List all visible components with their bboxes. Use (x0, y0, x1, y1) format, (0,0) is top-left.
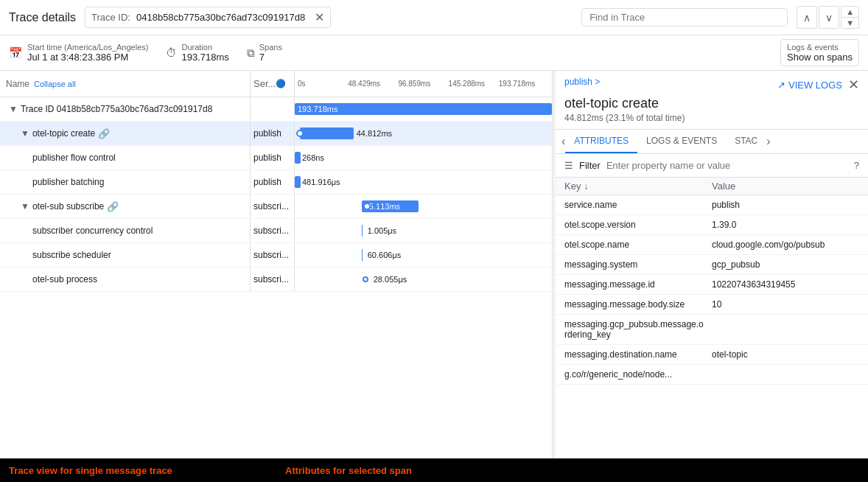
trace-row[interactable]: publisher flow control publish 268ns (0, 146, 552, 170)
attr-key-scope-name: otel.scope.name (564, 240, 712, 250)
col-timeline-header: 0s 48.429ms 96.859ms 145.288ms 193.718ms (295, 71, 552, 97)
span-bar-label-sub-process: 28.055μs (374, 275, 407, 284)
trace-id-label: Trace ID: (91, 12, 130, 23)
spans-value: 7 (259, 52, 282, 63)
service-icon: 🔵 (276, 79, 286, 88)
caption-bar: Trace view for single message trace Attr… (0, 458, 868, 482)
detail-title: otel-topic create (564, 96, 859, 111)
scroll-down-button[interactable]: ▼ (841, 18, 858, 28)
tab-attributes[interactable]: ATTRIBUTES (565, 130, 637, 153)
attr-row: messaging.destination.name otel-topic (556, 345, 868, 365)
attr-key-service-name: service.name (564, 200, 712, 210)
attr-key-msg-system: messaging.system (564, 259, 712, 270)
trace-row[interactable]: subscribe scheduler subscri... 60.606μs (0, 243, 552, 268)
tab-nav-right-button[interactable]: › (766, 135, 770, 148)
span-bar-pub-batch (295, 176, 301, 188)
trace-row[interactable]: ▼ otel-sub subscribe 🔗 subscri... 45.113… (0, 195, 552, 219)
attr-val-label: Value (712, 181, 735, 192)
row-service-root (251, 97, 295, 121)
detail-header: publish > ↗ VIEW LOGS ✕ otel-topic creat… (556, 71, 868, 130)
row-timeline-pub-batch: 481.916μs (295, 170, 552, 194)
caption-left: Trace view for single message trace (0, 465, 276, 476)
span-name-sub-concurrency: subscriber concurrency control (32, 226, 153, 236)
attr-val-header: Value (712, 181, 859, 192)
find-trace-input[interactable] (589, 12, 780, 23)
view-logs-button[interactable]: ↗ VIEW LOGS (777, 80, 842, 91)
row-name-sub-process: otel-sub process (0, 268, 251, 291)
attr-row: messaging.message.body.size 10 (556, 295, 868, 315)
row-name-otel-sub: ▼ otel-sub subscribe 🔗 (0, 195, 251, 218)
timeline-mark-2: 96.859ms (398, 80, 448, 88)
row-service-pub-flow: publish (251, 146, 295, 170)
filter-label: Filter (579, 160, 601, 171)
attr-key-header: Key ↓ (564, 181, 712, 192)
row-timeline-sub-process: 28.055μs (295, 268, 552, 291)
span-name-otel-sub: otel-sub subscribe (32, 201, 104, 212)
attr-val-msg-id: 10220743634319455 (712, 279, 859, 290)
trace-row[interactable]: otel-sub process subscri... 28.055μs (0, 268, 552, 292)
logs-events-box: Logs & events Show on spans (780, 39, 859, 66)
caption-left-text: Trace view for single message trace (9, 465, 172, 476)
calendar-icon: 📅 (9, 46, 23, 60)
span-name-root: Trace ID 0418b58cb775a30bc76ad73c091917d… (21, 104, 212, 114)
trace-row[interactable]: subscriber concurrency control subscri..… (0, 219, 552, 243)
span-bar-sub-scheduler (362, 249, 363, 261)
breadcrumb[interactable]: publish > (564, 77, 600, 87)
timeline-labels: 0s 48.429ms 96.859ms 145.288ms 193.718ms (295, 71, 552, 97)
span-bar-label-otel-topic: 44.812ms (357, 129, 392, 138)
duration-item: ⏱ Duration 193.718ms (166, 43, 228, 63)
logs-events-label: Logs & events (787, 43, 853, 52)
row-name-pub-flow: publisher flow control (0, 146, 251, 170)
expand-icon-otel-sub[interactable]: ▼ (21, 201, 29, 212)
duration-label: Duration (181, 43, 228, 52)
trace-row[interactable]: ▼ otel-topic create 🔗 publish 44.812ms (0, 122, 552, 146)
sort-icon[interactable]: ↓ (584, 181, 588, 192)
page-title: Trace details (9, 11, 76, 24)
dot-icon-otel-topic (296, 130, 304, 137)
clock-icon: ⏱ (166, 46, 177, 59)
detail-panel: publish > ↗ VIEW LOGS ✕ otel-topic creat… (556, 71, 868, 458)
row-service-pub-batch: publish (251, 170, 295, 194)
timeline-mark-1: 48.429ms (348, 80, 398, 88)
scroll-up-button[interactable]: ▲ (841, 7, 858, 18)
row-timeline-otel-topic: 44.812ms (295, 122, 552, 145)
attr-val-msg-body-size: 10 (712, 299, 859, 310)
help-icon[interactable]: ? (854, 160, 859, 171)
next-result-button[interactable]: ∨ (819, 6, 839, 29)
col-name-header: Name Collapse all (0, 71, 251, 97)
span-bar-sub-concurrency (362, 225, 363, 237)
scroll-updown-buttons: ▲ ▼ (841, 6, 859, 29)
trace-column-headers: Name Collapse all Ser... 🔵 0s 48.429ms 9… (0, 71, 552, 97)
attr-row: service.name publish (556, 195, 868, 215)
collapse-all-button[interactable]: Collapse all (34, 80, 76, 88)
attr-key-ordering-key: messaging.gcp_pubsub.message.ordering_ke… (564, 319, 712, 340)
trace-row[interactable]: ▼ Trace ID 0418b58cb775a30bc76ad73c09191… (0, 97, 552, 122)
external-link-icon: ↗ (777, 80, 785, 91)
filter-icon: ☰ (564, 160, 573, 171)
expand-icon-root[interactable]: ▼ (9, 104, 18, 114)
trace-id-value: 0418b58cb775a30bc76ad73c091917d8 (136, 12, 309, 23)
attr-row: messaging.message.id 10220743634319455 (556, 275, 868, 295)
row-service-sub-scheduler: subscri... (251, 243, 295, 267)
detail-tabs: ‹ ATTRIBUTES LOGS & EVENTS STAC › (556, 130, 868, 154)
tab-logs-events[interactable]: LOGS & EVENTS (637, 130, 726, 153)
clear-trace-button[interactable]: ✕ (315, 10, 324, 24)
subheader: 📅 Start time (America/Los_Angeles) Jul 1… (0, 35, 868, 71)
row-service-sub-concurrency: subscri... (251, 219, 295, 242)
tab-stack[interactable]: STAC (726, 130, 766, 153)
filter-input[interactable] (606, 160, 848, 171)
dot-icon-sub-process (363, 276, 368, 282)
attributes-header: Key ↓ Value (556, 178, 868, 195)
prev-result-button[interactable]: ∧ (797, 6, 817, 29)
row-name-root: ▼ Trace ID 0418b58cb775a30bc76ad73c09191… (0, 97, 251, 121)
row-timeline-root: 193.718ms (295, 97, 552, 121)
attr-key-dest-name: messaging.destination.name (564, 349, 712, 360)
expand-icon-otel-topic[interactable]: ▼ (21, 128, 29, 139)
span-name-pub-flow: publisher flow control (32, 153, 116, 163)
attr-row: messaging.gcp_pubsub.message.ordering_ke… (556, 315, 868, 345)
link-icon-otel-sub: 🔗 (107, 201, 119, 212)
trace-row[interactable]: publisher batching publish 481.916μs (0, 170, 552, 195)
close-detail-button[interactable]: ✕ (848, 77, 859, 93)
row-name-pub-batch: publisher batching (0, 170, 251, 194)
caption-right-text: Attributes for selected span (285, 465, 412, 476)
